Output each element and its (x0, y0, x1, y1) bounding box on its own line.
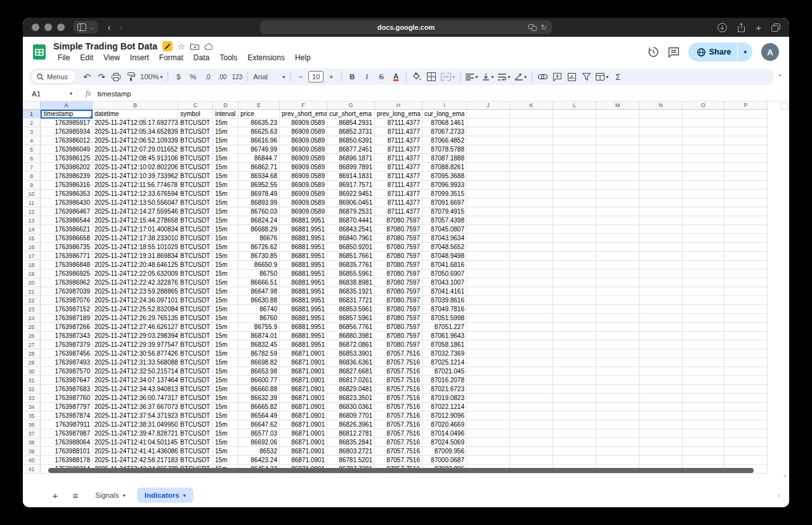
cell-K8[interactable] (510, 172, 553, 181)
formula-input[interactable]: timestamp (98, 90, 131, 98)
cell-O1[interactable] (683, 110, 724, 119)
col-header-J[interactable]: J (467, 101, 510, 110)
cell-N30[interactable] (639, 367, 683, 376)
cell-P19[interactable] (724, 269, 768, 278)
cell-C8[interactable]: BTCUSDT (178, 172, 213, 181)
cell-G29[interactable]: 86836.6361 (327, 358, 375, 367)
cell-J2[interactable] (467, 119, 510, 127)
row-header-12[interactable]: 12 (23, 207, 41, 216)
cell-J24[interactable] (467, 314, 510, 323)
cell-D24[interactable]: 15m (213, 314, 239, 323)
cell-I1[interactable]: cur_long_ema (422, 110, 467, 119)
cell-E33[interactable]: 86632.39 (239, 394, 280, 403)
cell-B24[interactable]: 2025-11-24T12:26:29.765135990 (93, 314, 178, 323)
row-header-15[interactable]: 15 (23, 234, 41, 243)
row-header-6[interactable]: 6 (23, 154, 41, 163)
cell-A38[interactable]: 1763988064 (41, 438, 93, 447)
cell-F37[interactable]: 86871.0901 (280, 429, 327, 438)
cell-I31[interactable]: 87016.2078 (422, 376, 467, 385)
cell-L3[interactable] (553, 127, 596, 136)
cell-L9[interactable] (553, 181, 596, 190)
cell-C15[interactable]: BTCUSDT (178, 234, 213, 243)
cell-H5[interactable]: 87111.4377 (375, 145, 422, 154)
cell-O13[interactable] (683, 216, 724, 225)
cell-B21[interactable]: 2025-11-24T12:23:59.288865201 (93, 287, 178, 296)
cell-B31[interactable]: 2025-11-24T12:34:07.137464759 (93, 376, 178, 385)
cell-C3[interactable]: BTCUSDT (178, 127, 213, 136)
cell-O21[interactable] (683, 287, 724, 296)
cell-C21[interactable]: BTCUSDT (178, 287, 213, 296)
cell-P14[interactable] (724, 225, 768, 234)
move-folder-icon[interactable] (190, 43, 199, 50)
cell-F6[interactable]: 86909.0589 (280, 154, 327, 163)
cell-L17[interactable] (553, 252, 596, 261)
cell-L34[interactable] (553, 403, 596, 412)
cell-P10[interactable] (724, 190, 768, 198)
cell-J38[interactable] (467, 438, 510, 447)
cell-B23[interactable]: 2025-11-24T12:25:52.832084127 (93, 305, 178, 314)
cell-I27[interactable]: 87058.1861 (422, 340, 467, 349)
cell-K13[interactable] (510, 216, 553, 225)
cell-K4[interactable] (510, 136, 553, 145)
cell-B9[interactable]: 2025-11-24T12:11:56.774678633 (93, 181, 178, 190)
cell-B33[interactable]: 2025-11-24T12:36:00.747317156 (93, 394, 178, 403)
cell-I34[interactable]: 87022.1214 (422, 403, 467, 412)
cell-J4[interactable] (467, 136, 510, 145)
cell-D39[interactable]: 15m (213, 447, 239, 456)
cell-C10[interactable]: BTCUSDT (178, 190, 213, 198)
cell-A5[interactable]: 1763986049 (41, 145, 93, 154)
cell-J3[interactable] (467, 127, 510, 136)
cell-B29[interactable]: 2025-11-24T12:31:33.568088559 (93, 358, 178, 367)
cell-K7[interactable] (510, 163, 553, 172)
cell-B18[interactable]: 2025-11-24T12:20:48.646125270 (93, 261, 178, 269)
row-header-28[interactable]: 28 (23, 349, 41, 358)
cell-A4[interactable]: 1763986012 (41, 136, 93, 145)
decrease-decimals-button[interactable]: .0 (200, 70, 214, 84)
cell-H24[interactable]: 87080.7597 (375, 314, 422, 323)
scroll-down-icon[interactable]: ⌄ (782, 472, 787, 478)
cell-I4[interactable]: 87066.4852 (422, 136, 467, 145)
cell-L19[interactable] (553, 269, 596, 278)
cell-P8[interactable] (724, 172, 768, 181)
cell-B37[interactable]: 2025-11-24T12:39:47.828721112 (93, 429, 178, 438)
cell-G22[interactable]: 86831.7721 (327, 296, 375, 305)
cell-J28[interactable] (467, 349, 510, 358)
cell-A21[interactable]: 1763987039 (41, 287, 93, 296)
cell-M2[interactable] (596, 119, 639, 127)
cell-D7[interactable]: 15m (213, 163, 239, 172)
cell-M1[interactable] (596, 110, 639, 119)
cell-C29[interactable]: BTCUSDT (178, 358, 213, 367)
cell-F14[interactable]: 86881.9951 (280, 225, 327, 234)
cell-N26[interactable] (639, 332, 683, 340)
cell-L32[interactable] (553, 385, 596, 394)
cell-J30[interactable] (467, 367, 510, 376)
cell-F22[interactable]: 86881.9951 (280, 296, 327, 305)
cell-M25[interactable] (596, 323, 639, 332)
cell-A8[interactable]: 1763986239 (41, 172, 93, 181)
cell-N10[interactable] (639, 190, 683, 198)
cell-O29[interactable] (683, 358, 724, 367)
cell-O9[interactable] (683, 181, 724, 190)
cell-F2[interactable]: 86909.0589 (280, 119, 327, 127)
add-sheet-button[interactable]: + (47, 487, 63, 503)
cell-O17[interactable] (683, 252, 724, 261)
cell-J16[interactable] (467, 243, 510, 252)
cell-H22[interactable]: 87080.7597 (375, 296, 422, 305)
cell-M9[interactable] (596, 181, 639, 190)
cell-I14[interactable]: 87045.0807 (422, 225, 467, 234)
strikethrough-button[interactable]: S (374, 70, 388, 84)
cell-C20[interactable]: BTCUSDT (178, 278, 213, 287)
cell-P23[interactable] (724, 305, 768, 314)
cell-K19[interactable] (510, 269, 553, 278)
cell-C32[interactable]: BTCUSDT (178, 385, 213, 394)
cell-H30[interactable]: 87057.7516 (375, 367, 422, 376)
cell-G27[interactable]: 86872.0861 (327, 340, 375, 349)
cell-P2[interactable] (724, 119, 768, 127)
cell-O31[interactable] (683, 376, 724, 385)
row-header-26[interactable]: 26 (23, 332, 41, 340)
version-history-icon[interactable] (648, 46, 659, 58)
cell-A3[interactable]: 1763985934 (41, 127, 93, 136)
merge-cells-button[interactable]: ▾ (439, 70, 457, 84)
col-header-C[interactable]: C (178, 101, 213, 110)
spreadsheet-grid[interactable]: ABCDEFGHIJKLMNOP1timestampdatetimesymbol… (23, 101, 789, 483)
